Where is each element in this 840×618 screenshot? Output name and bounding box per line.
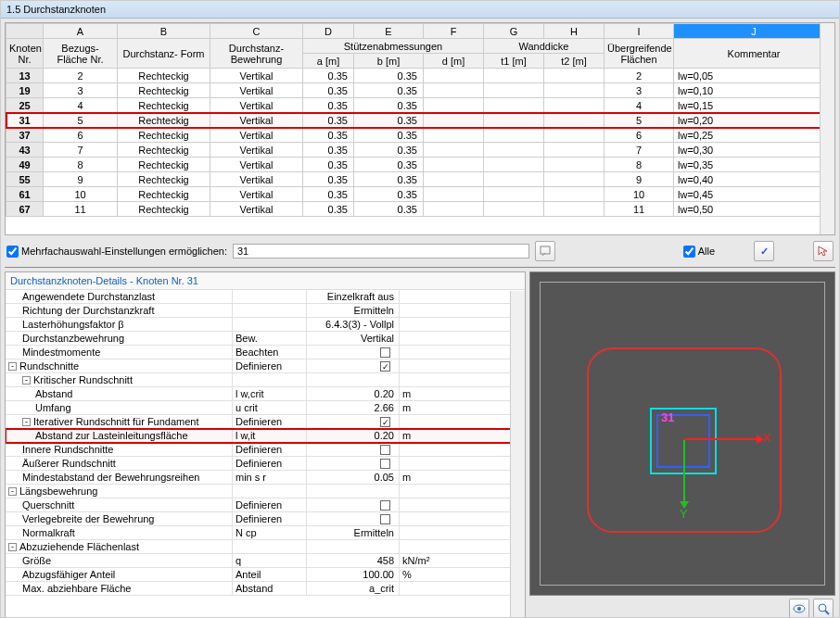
table-row[interactable]: 6711RechteckigVertikal0.350.3511lw=0,50 (6, 202, 834, 217)
y-axis (683, 440, 685, 503)
x-axis (684, 438, 758, 440)
detail-row[interactable]: Abstandl w,crit0.20m (6, 387, 525, 401)
viewer-canvas[interactable]: 31 X Y (529, 271, 835, 596)
detail-row[interactable]: QuerschnittDefinieren (6, 498, 525, 512)
grid-scrollbar[interactable] (820, 23, 834, 234)
details-panel: Durchstanzknoten-Details - Knoten Nr. 31… (5, 271, 526, 618)
detail-row[interactable]: Innere RundschnitteDefinieren (6, 443, 525, 457)
table-row[interactable]: 254RechteckigVertikal0.350.354lw=0,15 (6, 98, 834, 113)
detail-row[interactable]: Abzugsfähiger AnteilAnteil100.00% (6, 568, 525, 582)
detail-row[interactable]: -Kritischer Rundschnitt (6, 373, 525, 387)
detail-row[interactable]: Umfangu crit2.66m (6, 401, 525, 415)
detail-row[interactable]: DurchstanzbewehrungBew.Vertikal (6, 332, 525, 346)
table-row[interactable]: 193RechteckigVertikal0.350.353lw=0,10 (6, 83, 834, 98)
svg-point-3 (819, 604, 826, 612)
window-title: 1.5 Durchstanzknoten (1, 1, 839, 19)
detail-row[interactable]: Angewendete DurchstanzlastEinzelkraft au… (6, 290, 525, 304)
detail-row[interactable]: -RundschnitteDefinieren (6, 359, 525, 373)
multiselect-checkbox[interactable]: Mehrfachauswahl-Einstellungen ermögliche… (6, 246, 227, 258)
table-row[interactable]: 498RechteckigVertikal0.350.358lw=0,35 (6, 158, 834, 172)
selection-field[interactable]: 31 (233, 244, 529, 259)
table-row[interactable]: 6110RechteckigVertikal0.350.3510lw=0,45 (6, 187, 834, 202)
detail-row[interactable]: Mindestabstand der Bewehrungsreihenmin s… (6, 471, 525, 485)
detail-row[interactable]: NormalkraftN cpErmitteln (6, 526, 525, 540)
detail-row[interactable]: Äußerer RundschnittDefinieren (6, 457, 525, 471)
table-row[interactable]: 376RechteckigVertikal0.350.356lw=0,25 (6, 128, 834, 143)
column-headers-row-1: Knoten Nr. Bezugs- Fläche Nr. Durchstanz… (6, 39, 834, 54)
detail-row[interactable]: Verlegebreite der BewehrungDefinieren (6, 512, 525, 526)
svg-rect-0 (541, 246, 550, 254)
pick-icon[interactable] (535, 241, 555, 261)
apply-icon[interactable]: ✓ (754, 241, 774, 261)
table-row[interactable]: 437RechteckigVertikal0.350.357lw=0,30 (6, 143, 834, 158)
detail-row[interactable]: -Längsbewehrung (6, 485, 525, 498)
y-axis-label: Y (680, 507, 688, 521)
svg-point-2 (797, 607, 801, 611)
pointer-icon[interactable] (813, 241, 834, 261)
node-label: 31 (661, 410, 674, 424)
detail-row[interactable]: Richtung der DurchstanzkraftErmitteln (6, 304, 525, 318)
detail-row[interactable]: Abstand zur Lasteinleitungsflächel w,it0… (6, 429, 525, 443)
column-letters-row: A B C D E F G H I J (6, 24, 834, 39)
table-row[interactable]: 315RechteckigVertikal0.350.355lw=0,20 (6, 113, 834, 128)
detail-row[interactable]: Max. abziehbare FlächeAbstanda_crit (6, 582, 525, 596)
zoom-icon[interactable] (813, 599, 834, 618)
detail-row[interactable]: MindestmomenteBeachten (6, 346, 525, 359)
alle-checkbox[interactable]: Alle (683, 246, 715, 258)
detail-row[interactable]: Größeq458kN/m² (6, 554, 525, 568)
main-grid[interactable]: A B C D E F G H I J Knoten Nr. Bezugs- F… (5, 22, 835, 235)
x-axis-label: X (763, 431, 771, 445)
detail-row[interactable]: -Abzuziehende Flächenlast (6, 540, 525, 554)
detail-row[interactable]: -Iterativer Rundschnitt für FundamentDef… (6, 415, 525, 429)
eye-icon[interactable] (789, 599, 809, 618)
detail-row[interactable]: Lasterhöhungsfaktor β6.4.3(3) - Vollpl (6, 318, 525, 332)
details-title: Durchstanzknoten-Details - Knoten Nr. 31 (6, 272, 525, 290)
table-row[interactable]: 132RechteckigVertikal0.350.352lw=0,05 (6, 69, 834, 83)
details-scrollbar[interactable] (510, 291, 525, 618)
table-row[interactable]: 559RechteckigVertikal0.350.359lw=0,40 (6, 172, 834, 187)
